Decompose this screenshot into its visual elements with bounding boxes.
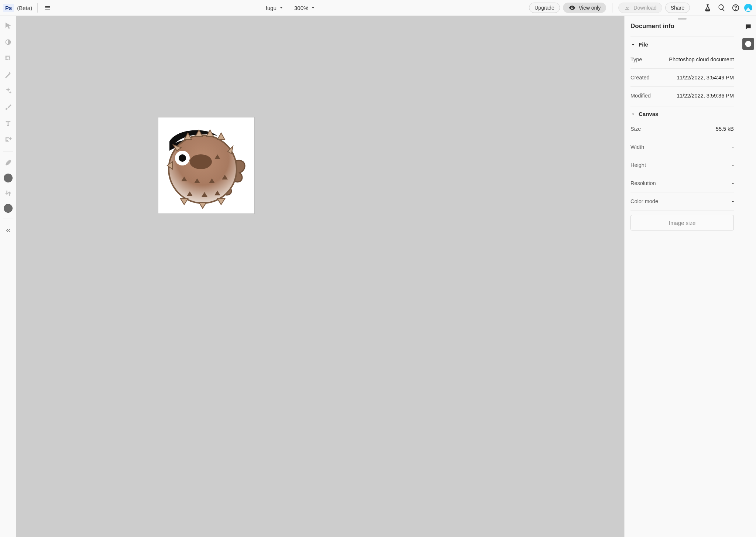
zoom-value: 300% [294, 5, 308, 11]
text-icon [4, 120, 12, 127]
view-only-label: View only [579, 5, 601, 11]
canvas-heading: Canvas [639, 111, 658, 117]
svg-marker-5 [217, 133, 225, 140]
colormode-value: - [732, 198, 734, 204]
colormode-label: Color mode [630, 198, 658, 204]
download-button[interactable]: Download [618, 3, 662, 13]
view-only-badge[interactable]: View only [563, 3, 606, 13]
separator [612, 3, 612, 13]
beta-label: (Beta) [17, 5, 32, 11]
eye-icon [568, 4, 576, 11]
panel-drag-handle[interactable] [678, 18, 687, 20]
cursor-icon [4, 22, 12, 30]
move-tool[interactable] [3, 20, 14, 31]
modified-label: Modified [630, 93, 651, 99]
file-modified-row: Modified 11/22/2022, 3:59:36 PM [630, 87, 734, 105]
document-name: fugu [266, 5, 276, 11]
beaker-icon [704, 4, 712, 12]
file-section: File Type Photoshop cloud document Creat… [630, 37, 734, 105]
zoom-dropdown[interactable]: 300% [294, 5, 316, 11]
adjust-tool[interactable] [3, 37, 14, 48]
main: Document info File Type Photoshop cloud … [0, 16, 756, 537]
svg-point-1 [169, 135, 237, 203]
chevron-down-icon [630, 112, 636, 117]
right-panel: Document info File Type Photoshop cloud … [624, 16, 740, 537]
type-value: Photoshop cloud document [669, 57, 734, 62]
help-icon [732, 4, 740, 12]
foreground-color[interactable] [4, 174, 13, 182]
canvas-colormode-row: Color mode - [630, 192, 734, 211]
labs-button[interactable] [702, 2, 713, 13]
type-tool[interactable] [3, 118, 14, 129]
search-icon [718, 4, 726, 12]
modified-value: 11/22/2022, 3:59:36 PM [677, 93, 734, 99]
svg-point-21 [190, 154, 212, 169]
select-tool[interactable] [3, 53, 14, 64]
chevron-down-icon [630, 42, 636, 47]
search-button[interactable] [716, 2, 727, 13]
magic-tool[interactable] [3, 69, 14, 80]
comments-tab[interactable] [742, 21, 754, 33]
file-created-row: Created 11/22/2022, 3:54:49 PM [630, 69, 734, 87]
svg-marker-9 [181, 199, 188, 205]
brush-tool[interactable] [3, 102, 14, 113]
download-icon [624, 4, 630, 11]
svg-point-23 [179, 154, 186, 162]
canvas-resolution-row: Resolution - [630, 174, 734, 192]
created-label: Created [630, 75, 650, 81]
canvas-section: Canvas Size 55.5 kB Width - Height - Res… [630, 106, 734, 230]
swap-colors[interactable] [3, 188, 14, 199]
file-section-header[interactable]: File [630, 41, 734, 48]
size-label: Size [630, 126, 641, 132]
canvas-area[interactable] [16, 16, 624, 537]
topbar: Ps (Beta) fugu 300% Upgrade View only Do… [0, 0, 756, 16]
download-label: Download [633, 5, 656, 11]
place-tool[interactable] [3, 134, 14, 145]
eyedropper-icon [4, 159, 12, 167]
user-avatar[interactable] [744, 4, 752, 12]
share-label: Share [671, 5, 684, 11]
chevrons-left-icon [5, 227, 11, 234]
app-logo: Ps [3, 4, 14, 12]
info-tab[interactable] [742, 38, 754, 50]
width-value: - [732, 144, 734, 150]
file-heading: File [639, 41, 648, 48]
help-button[interactable] [730, 2, 741, 13]
share-button[interactable]: Share [665, 3, 690, 13]
ai-tool[interactable] [3, 85, 14, 96]
panel-title: Document info [630, 23, 734, 30]
canvas-section-header[interactable]: Canvas [630, 111, 734, 117]
svg-marker-11 [217, 199, 225, 205]
separator [696, 3, 696, 13]
resolution-label: Resolution [630, 180, 656, 186]
marquee-icon [4, 55, 12, 62]
fugu-image [162, 121, 251, 210]
brush-icon [4, 103, 12, 111]
chevron-down-icon [310, 5, 316, 10]
topbar-center: fugu 300% [266, 5, 316, 11]
image-size-button[interactable]: Image size [630, 215, 734, 230]
document-dropdown[interactable]: fugu [266, 5, 284, 11]
eyedropper-tool[interactable] [3, 157, 14, 168]
width-label: Width [630, 144, 644, 150]
menu-button[interactable] [43, 3, 52, 13]
left-toolbar [0, 16, 16, 537]
chevron-down-icon [279, 5, 284, 10]
size-value: 55.5 kB [716, 126, 734, 132]
upgrade-button[interactable]: Upgrade [529, 3, 560, 13]
upgrade-label: Upgrade [535, 5, 554, 11]
comment-icon [745, 23, 752, 31]
hamburger-icon [44, 4, 51, 11]
sparkle-icon [4, 87, 12, 95]
height-label: Height [630, 162, 646, 168]
created-value: 11/22/2022, 3:54:49 PM [677, 75, 734, 81]
file-type-row: Type Photoshop cloud document [630, 51, 734, 69]
toolbar-divider [3, 151, 13, 151]
toolbar-divider [3, 219, 13, 219]
half-circle-icon [4, 38, 12, 46]
collapse-toolbar[interactable] [3, 225, 14, 236]
canvas-height-row: Height - [630, 156, 734, 174]
right-rail [740, 16, 756, 537]
image-plus-icon [4, 136, 12, 143]
background-color[interactable] [4, 204, 13, 213]
